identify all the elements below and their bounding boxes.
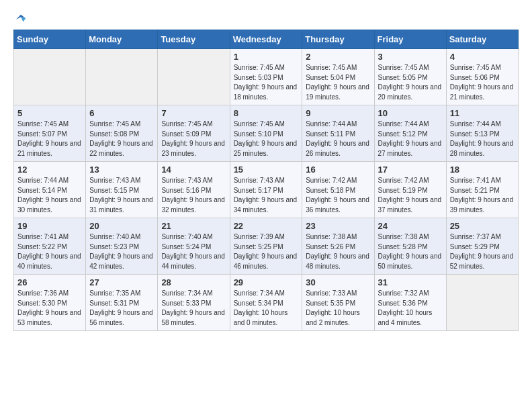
- day-number: 3: [378, 52, 443, 62]
- calendar-cell: 13Sunrise: 7:43 AMSunset: 5:15 PMDayligh…: [86, 162, 158, 218]
- calendar-cell: 12Sunrise: 7:44 AMSunset: 5:14 PMDayligh…: [14, 162, 86, 218]
- day-number: 2: [306, 52, 370, 62]
- day-number: 12: [17, 165, 82, 175]
- day-number: 27: [89, 277, 154, 287]
- day-info: Sunrise: 7:40 AMSunset: 5:23 PMDaylight:…: [89, 232, 154, 271]
- day-info: Sunrise: 7:42 AMSunset: 5:19 PMDaylight:…: [378, 176, 443, 215]
- weekday-header: Tuesday: [158, 30, 230, 49]
- calendar-cell: 27Sunrise: 7:35 AMSunset: 5:31 PMDayligh…: [86, 275, 158, 331]
- day-number: 22: [234, 221, 299, 231]
- day-number: 10: [378, 108, 443, 118]
- day-info: Sunrise: 7:45 AMSunset: 5:05 PMDaylight:…: [378, 63, 443, 102]
- day-number: 19: [17, 221, 82, 231]
- calendar-week-row: 1Sunrise: 7:45 AMSunset: 5:03 PMDaylight…: [14, 49, 519, 105]
- logo: [13, 13, 27, 23]
- day-info: Sunrise: 7:34 AMSunset: 5:33 PMDaylight:…: [161, 289, 226, 328]
- day-number: 4: [450, 52, 515, 62]
- day-number: 18: [450, 165, 515, 175]
- calendar-cell: 23Sunrise: 7:38 AMSunset: 5:26 PMDayligh…: [302, 218, 374, 275]
- day-info: Sunrise: 7:42 AMSunset: 5:18 PMDaylight:…: [306, 176, 370, 215]
- calendar-cell: 6Sunrise: 7:45 AMSunset: 5:08 PMDaylight…: [86, 105, 158, 162]
- day-number: 15: [234, 165, 299, 175]
- day-info: Sunrise: 7:44 AMSunset: 5:13 PMDaylight:…: [450, 120, 515, 158]
- day-number: 24: [378, 221, 443, 231]
- day-number: 30: [306, 277, 370, 287]
- calendar-cell: 2Sunrise: 7:45 AMSunset: 5:04 PMDaylight…: [302, 49, 374, 105]
- day-info: Sunrise: 7:45 AMSunset: 5:06 PMDaylight:…: [450, 63, 515, 102]
- calendar-cell: 16Sunrise: 7:42 AMSunset: 5:18 PMDayligh…: [302, 162, 374, 218]
- day-number: 20: [89, 221, 154, 231]
- day-number: 29: [234, 277, 299, 287]
- day-number: 9: [306, 108, 370, 118]
- calendar-table: SundayMondayTuesdayWednesdayThursdayFrid…: [13, 30, 519, 331]
- day-number: 23: [306, 221, 370, 231]
- day-info: Sunrise: 7:45 AMSunset: 5:07 PMDaylight:…: [17, 120, 82, 158]
- weekday-header: Saturday: [446, 30, 518, 49]
- day-info: Sunrise: 7:45 AMSunset: 5:08 PMDaylight:…: [89, 120, 154, 158]
- calendar-cell: [446, 275, 518, 331]
- calendar-cell: 5Sunrise: 7:45 AMSunset: 5:07 PMDaylight…: [14, 105, 86, 162]
- day-info: Sunrise: 7:45 AMSunset: 5:04 PMDaylight:…: [306, 63, 370, 102]
- day-number: 28: [161, 277, 226, 287]
- day-info: Sunrise: 7:45 AMSunset: 5:09 PMDaylight:…: [161, 120, 226, 158]
- logo-bird-icon: [15, 13, 27, 26]
- day-number: 25: [450, 221, 515, 231]
- day-info: Sunrise: 7:33 AMSunset: 5:35 PMDaylight:…: [306, 289, 370, 328]
- day-number: 13: [89, 165, 154, 175]
- calendar-cell: 10Sunrise: 7:44 AMSunset: 5:12 PMDayligh…: [374, 105, 446, 162]
- day-info: Sunrise: 7:45 AMSunset: 5:10 PMDaylight:…: [234, 120, 299, 158]
- weekday-header: Wednesday: [230, 30, 302, 49]
- day-number: 17: [378, 165, 443, 175]
- calendar-cell: 21Sunrise: 7:40 AMSunset: 5:24 PMDayligh…: [158, 218, 230, 275]
- day-info: Sunrise: 7:38 AMSunset: 5:26 PMDaylight:…: [306, 232, 370, 271]
- calendar-cell: 20Sunrise: 7:40 AMSunset: 5:23 PMDayligh…: [86, 218, 158, 275]
- day-number: 7: [161, 108, 226, 118]
- calendar-cell: 29Sunrise: 7:34 AMSunset: 5:34 PMDayligh…: [230, 275, 302, 331]
- day-info: Sunrise: 7:32 AMSunset: 5:36 PMDaylight:…: [378, 289, 443, 328]
- calendar-week-row: 19Sunrise: 7:41 AMSunset: 5:22 PMDayligh…: [14, 218, 519, 275]
- calendar-header-row: SundayMondayTuesdayWednesdayThursdayFrid…: [14, 30, 519, 49]
- day-info: Sunrise: 7:41 AMSunset: 5:22 PMDaylight:…: [17, 232, 82, 271]
- calendar-cell: 3Sunrise: 7:45 AMSunset: 5:05 PMDaylight…: [374, 49, 446, 105]
- calendar-cell: 11Sunrise: 7:44 AMSunset: 5:13 PMDayligh…: [446, 105, 518, 162]
- day-info: Sunrise: 7:34 AMSunset: 5:34 PMDaylight:…: [234, 289, 299, 328]
- day-info: Sunrise: 7:41 AMSunset: 5:21 PMDaylight:…: [450, 176, 515, 215]
- calendar-cell: 22Sunrise: 7:39 AMSunset: 5:25 PMDayligh…: [230, 218, 302, 275]
- day-info: Sunrise: 7:44 AMSunset: 5:11 PMDaylight:…: [306, 120, 370, 158]
- day-info: Sunrise: 7:37 AMSunset: 5:29 PMDaylight:…: [450, 232, 515, 271]
- day-number: 14: [161, 165, 226, 175]
- day-info: Sunrise: 7:43 AMSunset: 5:15 PMDaylight:…: [89, 176, 154, 215]
- day-info: Sunrise: 7:43 AMSunset: 5:16 PMDaylight:…: [161, 176, 226, 215]
- calendar-cell: [158, 49, 230, 105]
- day-info: Sunrise: 7:39 AMSunset: 5:25 PMDaylight:…: [234, 232, 299, 271]
- calendar-cell: 9Sunrise: 7:44 AMSunset: 5:11 PMDaylight…: [302, 105, 374, 162]
- day-number: 26: [17, 277, 82, 287]
- calendar-week-row: 12Sunrise: 7:44 AMSunset: 5:14 PMDayligh…: [14, 162, 519, 218]
- calendar-cell: [86, 49, 158, 105]
- page-header: [13, 13, 519, 23]
- calendar-cell: 30Sunrise: 7:33 AMSunset: 5:35 PMDayligh…: [302, 275, 374, 331]
- calendar-week-row: 26Sunrise: 7:36 AMSunset: 5:30 PMDayligh…: [14, 275, 519, 331]
- calendar-cell: 31Sunrise: 7:32 AMSunset: 5:36 PMDayligh…: [374, 275, 446, 331]
- day-info: Sunrise: 7:35 AMSunset: 5:31 PMDaylight:…: [89, 289, 154, 328]
- calendar-cell: 18Sunrise: 7:41 AMSunset: 5:21 PMDayligh…: [446, 162, 518, 218]
- calendar-cell: 1Sunrise: 7:45 AMSunset: 5:03 PMDaylight…: [230, 49, 302, 105]
- weekday-header: Sunday: [14, 30, 86, 49]
- calendar-cell: 17Sunrise: 7:42 AMSunset: 5:19 PMDayligh…: [374, 162, 446, 218]
- calendar-cell: 26Sunrise: 7:36 AMSunset: 5:30 PMDayligh…: [14, 275, 86, 331]
- calendar-cell: 4Sunrise: 7:45 AMSunset: 5:06 PMDaylight…: [446, 49, 518, 105]
- day-number: 16: [306, 165, 370, 175]
- calendar-cell: 19Sunrise: 7:41 AMSunset: 5:22 PMDayligh…: [14, 218, 86, 275]
- weekday-header: Monday: [86, 30, 158, 49]
- calendar-cell: 28Sunrise: 7:34 AMSunset: 5:33 PMDayligh…: [158, 275, 230, 331]
- calendar-cell: 8Sunrise: 7:45 AMSunset: 5:10 PMDaylight…: [230, 105, 302, 162]
- calendar-cell: [14, 49, 86, 105]
- day-number: 5: [17, 108, 82, 118]
- day-info: Sunrise: 7:40 AMSunset: 5:24 PMDaylight:…: [161, 232, 226, 271]
- weekday-header: Friday: [374, 30, 446, 49]
- calendar-cell: 24Sunrise: 7:38 AMSunset: 5:28 PMDayligh…: [374, 218, 446, 275]
- day-number: 11: [450, 108, 515, 118]
- weekday-header: Thursday: [302, 30, 374, 49]
- calendar-cell: 7Sunrise: 7:45 AMSunset: 5:09 PMDaylight…: [158, 105, 230, 162]
- calendar-cell: 14Sunrise: 7:43 AMSunset: 5:16 PMDayligh…: [158, 162, 230, 218]
